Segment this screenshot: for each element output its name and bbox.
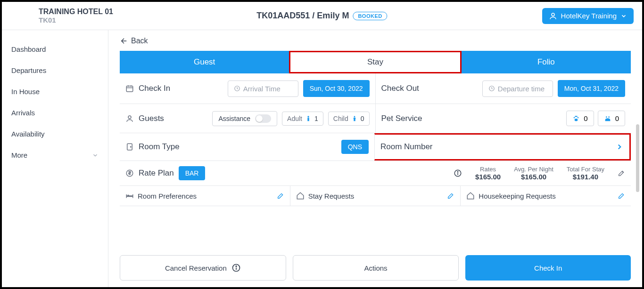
sidebar-item-inhouse[interactable]: In House [2, 81, 108, 102]
svg-point-26 [236, 266, 237, 267]
checkout-date-button[interactable]: Mon, Oct 31, 2022 [558, 80, 625, 97]
adult-count[interactable]: Adult 1 [282, 112, 323, 126]
svg-point-10 [354, 116, 355, 117]
departure-placeholder: Departure time [498, 85, 545, 93]
assistance-label: Assistance [218, 115, 250, 122]
service-animal-icon [604, 115, 611, 122]
svg-point-19 [131, 146, 132, 147]
sidebar-item-label: In House [11, 88, 40, 96]
pet-paw-count[interactable]: 0 [566, 111, 594, 126]
hotel-name: TRAINING HOTEL 01 [39, 8, 113, 16]
rates-col: Rates $165.00 [475, 166, 501, 181]
tab-label: Guest [194, 57, 215, 67]
assistance-toggle[interactable]: Assistance [212, 111, 277, 126]
sidebar-item-label: Arrivals [11, 109, 35, 117]
adult-label: Adult [287, 115, 302, 122]
tab-stay[interactable]: Stay [289, 51, 461, 73]
calendar-icon [125, 84, 134, 93]
svg-point-17 [608, 116, 610, 118]
status-badge: BOOKED [353, 12, 387, 20]
edit-icon[interactable] [277, 192, 284, 200]
rate-plan-label: Rate Plan [139, 169, 174, 178]
departure-time-input[interactable]: Departure time [482, 80, 553, 97]
clock-icon [488, 85, 495, 92]
pet-service-count[interactable]: 0 [598, 111, 625, 126]
edit-icon[interactable] [447, 192, 454, 200]
svg-point-16 [606, 116, 607, 118]
toggle-switch[interactable] [255, 114, 271, 123]
room-preferences-cell[interactable]: Room Preferences [120, 186, 290, 206]
header-hotel-info: TRAINING HOTEL 01 TK01 [39, 8, 113, 24]
chevron-down-icon [620, 13, 627, 19]
room-type-cell: Room Type QNS [120, 133, 374, 161]
room-type-label: Room Type [139, 142, 180, 152]
rate-plan-row: Rate Plan BAR Rates $165.00 Avg. Per Nig… [120, 161, 631, 186]
scrollbar[interactable] [636, 124, 639, 192]
checkout-cell: Check Out Departure time Mon, Oct 31, 20… [375, 73, 631, 104]
room-number-cell[interactable]: Room Number [374, 133, 631, 161]
clock-icon [234, 85, 240, 92]
room-type-button[interactable]: QNS [341, 140, 369, 154]
actions-label: Actions [364, 264, 387, 272]
sidebar-item-arrivals[interactable]: Arrivals [2, 102, 108, 123]
checkout-label: Check Out [381, 84, 419, 93]
housekeeping-label: Housekeeping Requests [479, 192, 555, 200]
paw-icon [572, 115, 580, 122]
tab-label: Stay [367, 57, 383, 67]
sidebar-item-label: Departures [11, 66, 46, 74]
arrival-placeholder: Arrival Time [243, 85, 281, 93]
svg-point-15 [575, 119, 578, 121]
rates-label: Rates [475, 166, 501, 173]
actions-button[interactable]: Actions [293, 255, 459, 281]
pet-service-cell: Pet Service 0 0 [375, 104, 631, 133]
sidebar-item-label: More [11, 151, 27, 159]
room-number-label: Room Number [380, 142, 433, 152]
sidebar-item-departures[interactable]: Departures [2, 60, 108, 81]
info-icon [231, 263, 241, 273]
tab-folio[interactable]: Folio [462, 51, 631, 73]
room-pref-label: Room Preferences [138, 192, 197, 200]
sidebar: Dashboard Departures In House Arrivals A… [2, 30, 108, 287]
sidebar-item-label: Dashboard [11, 45, 46, 53]
home-icon [296, 192, 305, 200]
child-icon [351, 115, 358, 122]
back-label: Back [131, 37, 148, 45]
cancel-reservation-button[interactable]: Cancel Reservation [120, 255, 286, 281]
checkin-button[interactable]: Check In [465, 255, 631, 281]
checkin-label: Check In [534, 264, 562, 272]
stay-requests-cell[interactable]: Stay Requests [290, 186, 461, 206]
user-menu-button[interactable]: HotelKey Training [542, 8, 634, 24]
sidebar-item-label: Availability [11, 130, 45, 138]
child-count[interactable]: Child 0 [328, 112, 370, 126]
sidebar-item-availability[interactable]: Availability [2, 123, 108, 144]
guests-label: Guests [139, 114, 164, 123]
total-label: Total For Stay [567, 166, 604, 173]
svg-point-11 [574, 117, 575, 118]
edit-icon[interactable] [618, 192, 625, 200]
svg-rect-2 [126, 86, 133, 92]
tabs: Guest Stay Folio [120, 51, 631, 73]
avg-label: Avg. Per Night [514, 166, 553, 173]
dollar-icon [125, 169, 134, 177]
adult-icon [305, 115, 312, 122]
avg-value: $165.00 [514, 173, 553, 181]
checkin-cell: Check In Arrival Time Sun, Oct 30, 2022 [120, 73, 375, 104]
adult-count-value: 1 [314, 115, 318, 122]
housekeeping-cell[interactable]: Housekeeping Requests [460, 186, 631, 206]
arrival-time-input[interactable]: Arrival Time [228, 80, 298, 97]
sidebar-item-more[interactable]: More [2, 144, 108, 166]
svg-point-12 [575, 116, 577, 117]
room-icon [125, 143, 134, 151]
rate-plan-button[interactable]: BAR [179, 166, 206, 180]
pet-service-label: Pet Service [381, 114, 422, 123]
svg-point-8 [128, 116, 131, 119]
edit-icon[interactable] [618, 169, 625, 177]
sidebar-item-dashboard[interactable]: Dashboard [2, 39, 108, 60]
checkin-date-button[interactable]: Sun, Oct 30, 2022 [303, 80, 370, 97]
svg-point-0 [552, 13, 554, 16]
back-button[interactable]: Back [120, 37, 148, 45]
info-icon[interactable] [454, 169, 462, 177]
tab-guest[interactable]: Guest [120, 51, 289, 73]
arrow-left-icon [120, 37, 128, 45]
total-value: $191.40 [567, 173, 604, 181]
